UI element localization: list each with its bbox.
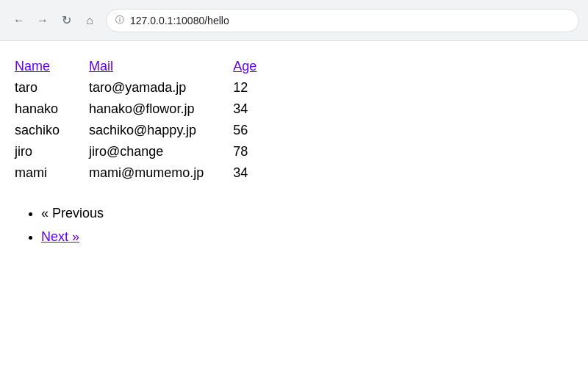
cell-age: 34: [233, 162, 257, 184]
forward-button[interactable]: →: [32, 10, 53, 31]
table-row: sachikosachiko@happy.jp56: [15, 120, 257, 141]
cell-mail: jiro@change: [89, 141, 233, 162]
cell-age: 56: [233, 120, 257, 141]
back-button[interactable]: ←: [9, 10, 29, 31]
col-header-name[interactable]: Name: [15, 56, 89, 77]
table-row: tarotaro@yamada.jp12: [15, 77, 257, 98]
table-header-row: Name Mail Age: [15, 56, 257, 77]
cell-name: mami: [15, 162, 89, 184]
next-item[interactable]: Next »: [41, 225, 573, 248]
cell-name: taro: [15, 77, 89, 98]
previous-label: « Previous: [41, 206, 104, 220]
data-table: Name Mail Age tarotaro@yamada.jp12hanako…: [15, 56, 257, 184]
cell-mail: mami@mumemo.jp: [89, 162, 233, 184]
cell-mail: sachiko@happy.jp: [89, 120, 233, 141]
next-link[interactable]: Next »: [41, 229, 79, 244]
cell-age: 12: [233, 77, 257, 98]
cell-age: 78: [233, 141, 257, 162]
cell-mail: hanako@flowor.jp: [89, 98, 233, 120]
page-content: Name Mail Age tarotaro@yamada.jp12hanako…: [0, 41, 588, 264]
col-header-mail[interactable]: Mail: [89, 56, 233, 77]
cell-name: sachiko: [15, 120, 89, 141]
cell-mail: taro@yamada.jp: [89, 77, 233, 98]
cell-name: jiro: [15, 141, 89, 162]
security-icon: ⓘ: [115, 14, 124, 26]
url-text: 127.0.0.1:10080/hello: [130, 15, 229, 26]
browser-chrome: ← → ↻ ⌂ ⓘ 127.0.0.1:10080/hello: [0, 0, 588, 41]
table-row: mamimami@mumemo.jp34: [15, 162, 257, 184]
nav-buttons: ← → ↻ ⌂: [9, 10, 100, 31]
home-button[interactable]: ⌂: [79, 10, 100, 31]
address-bar[interactable]: ⓘ 127.0.0.1:10080/hello: [106, 9, 579, 32]
pagination-list: « Previous Next »: [15, 201, 573, 249]
cell-name: hanako: [15, 98, 89, 120]
cell-age: 34: [233, 98, 257, 120]
reload-button[interactable]: ↻: [56, 10, 76, 31]
col-header-age[interactable]: Age: [233, 56, 257, 77]
table-row: jirojiro@change78: [15, 141, 257, 162]
previous-item: « Previous: [41, 201, 573, 225]
table-row: hanakohanako@flowor.jp34: [15, 98, 257, 120]
